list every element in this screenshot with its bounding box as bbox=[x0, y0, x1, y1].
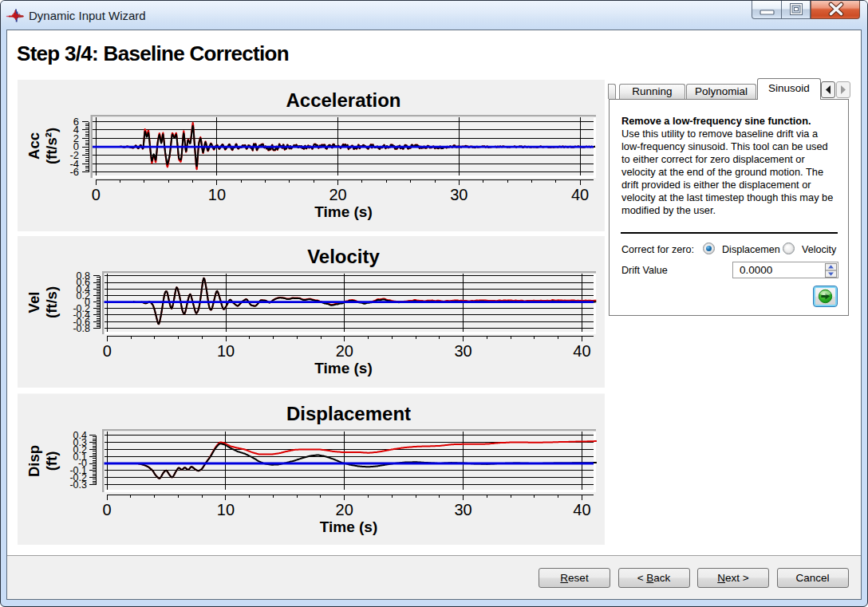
svg-text:10: 10 bbox=[217, 342, 235, 360]
svg-text:30: 30 bbox=[454, 342, 471, 360]
svg-text:-0.3: -0.3 bbox=[69, 479, 87, 491]
svg-text:20: 20 bbox=[329, 186, 346, 203]
svg-text:40: 40 bbox=[573, 501, 590, 518]
svg-text:(ft/s): (ft/s) bbox=[43, 286, 60, 318]
svg-text:30: 30 bbox=[454, 501, 471, 518]
svg-text:-0.8: -0.8 bbox=[73, 323, 90, 334]
svg-text:Vel: Vel bbox=[26, 292, 42, 313]
svg-text:0: 0 bbox=[92, 186, 101, 203]
svg-text:Time (s): Time (s) bbox=[314, 203, 373, 220]
svg-text:Acc: Acc bbox=[26, 132, 42, 160]
svg-text:Time (s): Time (s) bbox=[320, 518, 378, 535]
svg-text:Time (s): Time (s) bbox=[314, 360, 373, 376]
svg-text:Velocity: Velocity bbox=[307, 246, 380, 267]
svg-text:0: 0 bbox=[103, 342, 112, 360]
svg-text:(ft/s²): (ft/s²) bbox=[43, 128, 60, 164]
svg-text:10: 10 bbox=[217, 501, 235, 518]
svg-text:10: 10 bbox=[208, 186, 226, 203]
svg-text:(ft): (ft) bbox=[43, 451, 60, 471]
svg-text:Acceleration: Acceleration bbox=[286, 89, 400, 111]
svg-text:40: 40 bbox=[571, 186, 589, 203]
svg-text:0: 0 bbox=[102, 501, 111, 518]
svg-text:-6: -6 bbox=[69, 166, 79, 178]
svg-text:30: 30 bbox=[450, 186, 468, 203]
svg-text:40: 40 bbox=[573, 342, 590, 360]
svg-text:Disp: Disp bbox=[26, 445, 42, 477]
svg-text:Displacement: Displacement bbox=[286, 403, 411, 424]
svg-text:20: 20 bbox=[336, 342, 353, 360]
svg-text:20: 20 bbox=[336, 501, 353, 518]
